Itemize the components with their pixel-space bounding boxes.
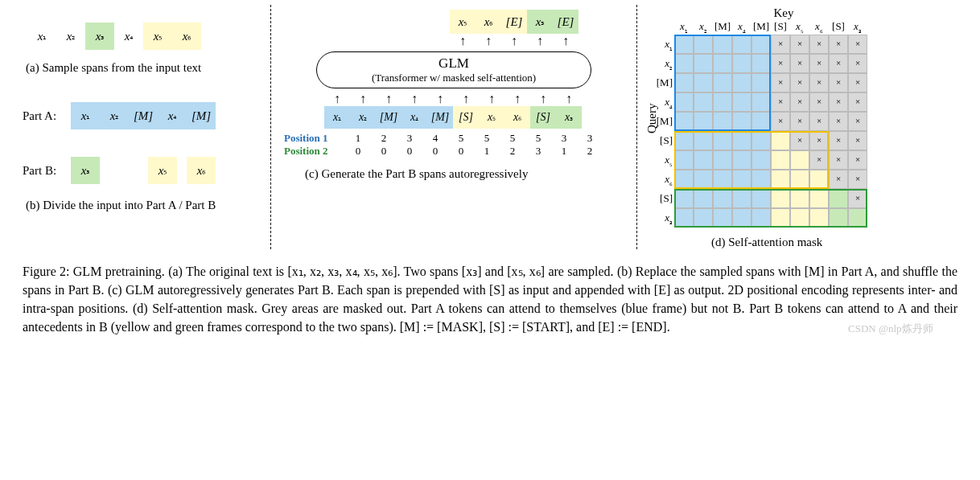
arrow-up-icon: ↑ — [479, 92, 504, 106]
part-a-row: Part A: x₁x₂[M]x₄[M] — [23, 102, 261, 129]
key-header: x₄ — [732, 20, 751, 35]
pos-rows: Position 1 1234555533 Position 2 0000012… — [281, 132, 627, 158]
frame-green — [674, 189, 867, 228]
attention-grid: x₁×××××x₂×××××[M]×××××x₄×××××[M]×××××[S]… — [674, 35, 920, 228]
arrow-up-icon: ↑ — [324, 92, 350, 106]
mask-cell: × — [771, 73, 790, 92]
output-arrows: ↑↑↑↑↑ — [450, 34, 627, 48]
mask-cell: × — [848, 73, 867, 92]
panel-a-tokens: x₁x₂x₃x₄x₅x₆ — [27, 23, 261, 50]
panel-a: x₁x₂x₃x₄x₅x₆ (a) Sample spans from the i… — [11, 5, 261, 249]
in-token: [S] — [453, 106, 479, 129]
arrow-up-icon: ↑ — [453, 92, 479, 106]
query-label: x₄ — [650, 96, 673, 110]
mask-cell: × — [790, 92, 809, 112]
panel-d: Key Query x₁x₂[M]x₄[M][S]x₅x₆[S]x₃ x₁×××… — [647, 5, 920, 249]
pos2-label: Position 2 — [281, 145, 345, 158]
mask-cell: × — [848, 170, 867, 189]
token: x₁ — [71, 102, 100, 129]
token: x₃ — [85, 23, 114, 50]
token: x₆ — [172, 23, 201, 50]
mask-cell: × — [809, 112, 829, 131]
input-arrows: ↑↑↑↑↑↑↑↑↑↑ — [324, 92, 627, 106]
token: [M] — [129, 102, 158, 129]
pos-num: 3 — [577, 132, 603, 145]
frame-yellow — [674, 131, 829, 189]
figure-wrap: x₁x₂x₃x₄x₅x₆ (a) Sample spans from the i… — [0, 0, 980, 344]
query-label: x₆ — [650, 173, 673, 187]
in-token: [S] — [530, 106, 556, 129]
mask-cell: × — [848, 54, 867, 73]
key-header: [S] — [829, 20, 848, 35]
arrow-up-icon: ↑ — [556, 92, 582, 106]
watermark: CSDN @nlp炼丹师 — [848, 322, 969, 336]
in-token: [M] — [427, 106, 453, 129]
key-headers: x₁x₂[M]x₄[M][S]x₅x₆[S]x₃ — [674, 20, 920, 35]
arrow-up-icon: ↑ — [427, 92, 453, 106]
mask-cell: × — [848, 92, 867, 112]
mask-cell: × — [790, 112, 809, 131]
arrow-up-icon: ↑ — [501, 34, 527, 48]
panel-c: x₅x₆[E]x₃[E] ↑↑↑↑↑ GLM (Transformer w/ m… — [281, 5, 627, 249]
out-token: [E] — [501, 10, 527, 34]
arrow-up-icon: ↑ — [450, 34, 476, 48]
mask-cell: × — [771, 54, 790, 73]
token: x₄ — [158, 102, 187, 129]
pos-num: 0 — [371, 145, 397, 158]
part-a-label: Part A: — [23, 109, 71, 123]
pos-num: 1 — [474, 145, 500, 158]
token: x₂ — [100, 102, 129, 129]
token: [M] — [187, 102, 216, 129]
pos-num: 5 — [474, 132, 500, 145]
glm-title: GLM — [325, 55, 583, 72]
pos-num: 0 — [345, 145, 371, 158]
in-token: x₁ — [324, 106, 350, 129]
query-label: [S] — [650, 134, 673, 147]
pos-num: 2 — [371, 132, 397, 145]
mask-cell: × — [809, 54, 829, 73]
mask-cell: × — [809, 35, 829, 54]
key-header: x₅ — [790, 20, 809, 35]
key-title: Key — [647, 6, 920, 20]
arrow-up-icon: ↑ — [376, 92, 401, 106]
panel-c-caption: (c) Generate the Part B spans autoregres… — [305, 167, 627, 181]
mask-cell: × — [790, 73, 809, 92]
pos-num: 5 — [525, 132, 551, 145]
mask-cell: × — [829, 131, 848, 150]
pos-num: 3 — [551, 132, 577, 145]
pos1-row: Position 1 1234555533 — [281, 132, 627, 145]
key-header: x₂ — [694, 20, 713, 35]
in-token: x₆ — [504, 106, 530, 129]
part-b-label: Part B: — [23, 164, 71, 178]
pos-num: 3 — [397, 132, 422, 145]
query-label: x₁ — [650, 38, 673, 52]
pos-num: 0 — [397, 145, 422, 158]
token — [109, 157, 138, 184]
key-header: [M] — [713, 20, 732, 35]
mask-cell: × — [829, 35, 848, 54]
query-label: x₃ — [650, 211, 673, 226]
arrow-up-icon: ↑ — [350, 92, 376, 106]
token: x₅ — [143, 23, 172, 50]
panel-a-caption: (a) Sample spans from the input text — [26, 61, 261, 75]
mask-cell: × — [771, 112, 790, 131]
token: x₅ — [148, 157, 177, 184]
pos-num: 0 — [422, 145, 448, 158]
pos-num: 2 — [577, 145, 603, 158]
mask-cell: × — [848, 35, 867, 54]
pos-num: 3 — [525, 145, 551, 158]
token: x₃ — [71, 157, 100, 184]
in-token: x₄ — [401, 106, 427, 129]
pos-num: 5 — [500, 132, 525, 145]
pos-num: 4 — [422, 132, 448, 145]
panel-d-caption: (d) Self-attention mask — [711, 236, 920, 249]
token: x₂ — [56, 23, 85, 50]
token: x₄ — [114, 23, 143, 50]
mask-cell: × — [829, 112, 848, 131]
panel-b-caption: (b) Divide the input into Part A / Part … — [26, 199, 261, 212]
pos2-row: Position 2 0000012312 — [281, 145, 627, 158]
token: x₁ — [27, 23, 56, 50]
out-token: x₅ — [450, 10, 476, 34]
out-token: [E] — [553, 10, 579, 34]
separator-2 — [636, 5, 637, 249]
